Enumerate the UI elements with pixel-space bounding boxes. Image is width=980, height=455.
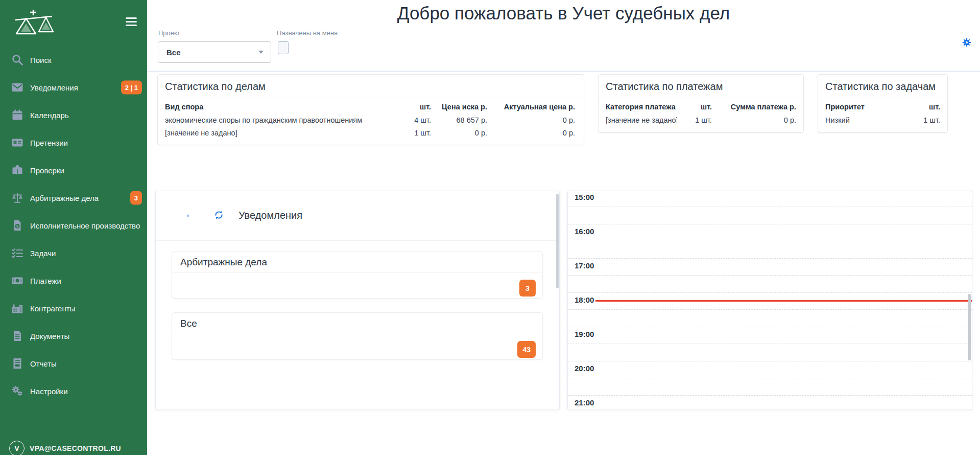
calendar-gridline <box>568 258 972 259</box>
time-label: 15:00 <box>575 193 605 203</box>
sidebar-nav: Поиск Уведомления 2 | 1 Календарь <box>0 46 147 405</box>
sidebar-item-label: Арбитражные дела <box>30 194 99 202</box>
sidebar-item-documents[interactable]: Документы <box>0 322 147 350</box>
table-row: экономические споры по гражданским право… <box>158 113 584 126</box>
user-email: VPA@CASECONTROL.RU <box>30 444 121 452</box>
time-label: 17:00 <box>575 261 605 272</box>
sidebar-item-settings[interactable]: Настройки <box>0 377 147 405</box>
project-select[interactable]: Все <box>158 41 271 63</box>
current-time-indicator <box>595 300 972 302</box>
sidebar-item-arbitration-cases[interactable]: Арбитражные дела 3 <box>0 184 147 212</box>
sidebar-item-notifications[interactable]: Уведомления 2 | 1 <box>0 74 147 101</box>
calendar-icon <box>11 109 23 121</box>
back-arrow-icon[interactable]: ← <box>184 208 196 220</box>
notification-group-arbitration[interactable]: Арбитражные дела 3 <box>172 251 543 299</box>
book-person-icon <box>11 164 23 176</box>
notifications-title: Уведомления <box>238 210 302 221</box>
time-label: 19:00 <box>575 330 605 340</box>
project-select-value: Все <box>166 48 258 57</box>
dashboard-settings-button[interactable] <box>961 37 972 48</box>
table-row: [значение не задано] 1 шт. 0 р. <box>599 113 803 126</box>
svg-text:$: $ <box>16 224 19 229</box>
sidebar-item-search[interactable]: Поиск <box>0 46 147 74</box>
avatar: V <box>9 441 25 455</box>
table-row: Низкий 1 шт. <box>818 113 947 126</box>
gears-icon <box>11 385 23 397</box>
calendar-gridline <box>568 241 972 241</box>
mail-icon <box>11 81 23 94</box>
sidebar-item-label: Отчеты <box>30 359 57 368</box>
notifications-scrollbar[interactable] <box>556 194 559 288</box>
count-badge: 3 <box>519 280 536 297</box>
calendar-gridline <box>568 344 972 344</box>
chevron-down-icon <box>258 51 264 54</box>
calendar-scrollbar[interactable] <box>968 294 971 360</box>
group-title: Все <box>172 313 542 334</box>
calendar-gridline <box>568 395 972 396</box>
count-badge: 43 <box>517 341 536 358</box>
assigned-to-me-label: Назначены на меня <box>277 29 338 37</box>
sidebar-item-label: Документы <box>30 332 69 340</box>
project-filter-label: Проект <box>158 29 180 37</box>
time-label: 21:00 <box>575 398 605 409</box>
sidebar-item-tasks[interactable]: Задачи <box>0 239 147 267</box>
stats-cases-title: Статистика по делам <box>158 75 584 98</box>
table-header-row: Категория платежа шт. Сумма платежа р. <box>599 100 803 113</box>
sidebar-item-label: Уведомления <box>30 83 78 92</box>
sidebar-item-claims[interactable]: Претензии <box>0 129 147 156</box>
search-icon <box>11 54 23 66</box>
report-icon <box>11 357 23 370</box>
divider <box>156 240 559 241</box>
calendar-gridline <box>568 224 972 224</box>
stats-tasks-table: Приоритет шт. Низкий 1 шт. <box>818 100 947 126</box>
sidebar-item-enforcement[interactable]: $ Исполнительное производство <box>0 212 147 239</box>
calendar-gridline <box>568 292 972 293</box>
table-header-row: Приоритет шт. <box>818 100 947 113</box>
card-icon <box>11 136 23 149</box>
document-icon <box>11 330 23 342</box>
stats-payments-title: Статистика по платежам <box>599 75 803 98</box>
sidebar-item-label: Платежи <box>30 277 61 285</box>
notifications-badge: 2 | 1 <box>121 81 142 95</box>
banknote-icon <box>11 275 23 287</box>
calendar-gridline <box>568 378 972 378</box>
assigned-to-me-checkbox[interactable] <box>278 41 289 54</box>
sidebar-item-label: Задачи <box>30 249 56 258</box>
notifications-panel: ← Уведомления Арбитражные дела 3 Все 43 <box>155 191 560 410</box>
calendar-gridline <box>568 361 972 361</box>
sidebar-item-label: Настройки <box>30 387 68 396</box>
user-account[interactable]: V VPA@CASECONTROL.RU <box>9 441 121 455</box>
sidebar-item-label: Поиск <box>30 56 52 64</box>
notification-group-all[interactable]: Все 43 <box>172 312 543 360</box>
table-header-row: Вид спора шт. Цена иска р. Актуальная це… <box>158 100 584 113</box>
sidebar-item-checks[interactable]: Проверки <box>0 156 147 184</box>
calendar-panel: 15:0016:0017:0018:0019:0020:0021:00 <box>567 191 972 410</box>
arbitration-badge: 3 <box>130 191 142 205</box>
sidebar-item-counterparties[interactable]: Контрагенты <box>0 294 147 322</box>
sidebar-item-reports[interactable]: Отчеты <box>0 350 147 377</box>
menu-hamburger-icon[interactable] <box>126 17 138 28</box>
sidebar: Поиск Уведомления 2 | 1 Календарь <box>0 0 147 455</box>
sidebar-item-label: Исполнительное производство <box>30 221 140 230</box>
stats-payments-card: Статистика по платежам Категория платежа… <box>598 74 804 133</box>
group-title: Арбитражные дела <box>172 252 542 273</box>
stats-tasks-title: Статистика по задачам <box>818 75 947 98</box>
building-icon <box>11 302 23 314</box>
refresh-icon[interactable] <box>214 210 224 220</box>
stats-payments-table: Категория платежа шт. Сумма платежа р. [… <box>599 100 803 126</box>
table-row: [значение не задано] 1 шт. 0 р. 0 р. <box>158 126 584 139</box>
time-label: 16:00 <box>575 227 605 238</box>
stats-cases-card: Статистика по делам Вид спора шт. Цена и… <box>157 74 584 145</box>
main-content: Добро пожаловать в Учет судебных дел Про… <box>147 0 980 455</box>
calendar-gridline <box>568 327 972 327</box>
sidebar-item-label: Календарь <box>30 111 69 120</box>
sidebar-item-payments[interactable]: Платежи <box>0 267 147 294</box>
sidebar-item-calendar[interactable]: Календарь <box>0 101 147 129</box>
checklist-icon <box>11 247 23 259</box>
sidebar-item-label: Претензии <box>30 139 68 147</box>
calendar-gridline <box>568 309 972 310</box>
calendar-gridline <box>568 207 972 207</box>
gear-icon <box>961 37 972 48</box>
header-divider <box>147 71 980 72</box>
logo-scales-icon <box>12 8 55 39</box>
